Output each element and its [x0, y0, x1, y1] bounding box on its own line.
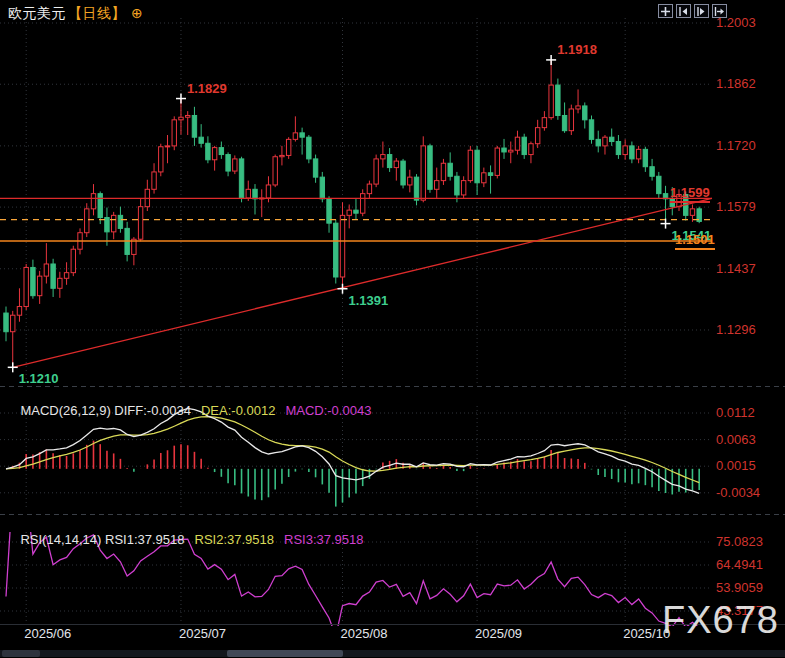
symbol-name: 欧元美元	[8, 5, 66, 21]
price-tick-label: 1.1579	[716, 199, 756, 214]
compress-right-button[interactable]	[694, 4, 709, 18]
rsi2-value: RSI2:37.9518	[195, 532, 275, 547]
macd-diff-value: MACD(26,12,9) DIFF:-0.0034	[20, 403, 191, 418]
support-price-label: 1.1501	[675, 232, 715, 250]
compress-left-button[interactable]	[676, 4, 691, 18]
timeframe-label: 【日线】	[68, 5, 126, 21]
price-tick-label: 1.1437	[716, 261, 756, 276]
extreme-label: 1.1391	[349, 293, 389, 308]
macd-tick-label: 0.0015	[716, 458, 756, 473]
date-label: 2025/06	[24, 626, 71, 641]
resistance-price-label: 1.1599	[670, 185, 710, 203]
scrollbar-thumb[interactable]	[227, 650, 343, 657]
chart-app: 欧元美元【日线】⊕ MACD(26,12,9) DIFF:-0.0034DEA:…	[0, 0, 785, 658]
exit-right-icon	[714, 6, 725, 17]
chart-title: 欧元美元【日线】⊕	[8, 5, 143, 23]
compress-left-icon	[678, 6, 689, 17]
date-label: 2025/09	[475, 626, 522, 641]
macd-tick-label: 0.0063	[716, 432, 756, 447]
price-tick-label: 1.1296	[716, 322, 756, 337]
compress-right-icon	[696, 6, 707, 17]
macd-dea-value: DEA:-0.0012	[201, 403, 275, 418]
rsi-header: RSI(14,14,14) RSI1:37.9518RSI2:37.9518RS…	[6, 517, 364, 562]
macd-tick-label: -0.0034	[716, 485, 760, 500]
rsi3-value: RSI3:37.9518	[284, 532, 364, 547]
rsi-tick-label: 75.0823	[716, 534, 763, 549]
rsi-tick-label: 53.9059	[716, 580, 763, 595]
scrollbar-segment	[2, 650, 40, 657]
add-indicator-icon[interactable]: ⊕	[131, 5, 143, 21]
scrollbar-track[interactable]	[0, 650, 785, 657]
extreme-label: 1.1918	[557, 42, 597, 57]
move-chart-button[interactable]	[658, 4, 673, 18]
macd-header: MACD(26,12,9) DIFF:-0.0034DEA:-0.0012MAC…	[6, 388, 371, 433]
rsi-tick-label: 64.4941	[716, 557, 763, 572]
price-tick-label: 1.1720	[716, 138, 756, 153]
restore-view-button[interactable]	[712, 4, 727, 18]
rsi1-value: RSI(14,14,14) RSI1:37.9518	[20, 532, 184, 547]
macd-macd-value: MACD:-0.0043	[285, 403, 371, 418]
extreme-label: 1.1829	[187, 81, 227, 96]
price-tick-label: 1.1862	[716, 76, 756, 91]
macd-tick-label: 0.0112	[716, 405, 755, 420]
date-label: 2025/08	[341, 626, 388, 641]
extreme-label: 1.1210	[19, 371, 59, 386]
watermark: FX678	[662, 599, 779, 642]
chart-toolbar	[658, 4, 727, 18]
move-icon	[660, 6, 671, 17]
date-label: 2025/07	[179, 626, 226, 641]
